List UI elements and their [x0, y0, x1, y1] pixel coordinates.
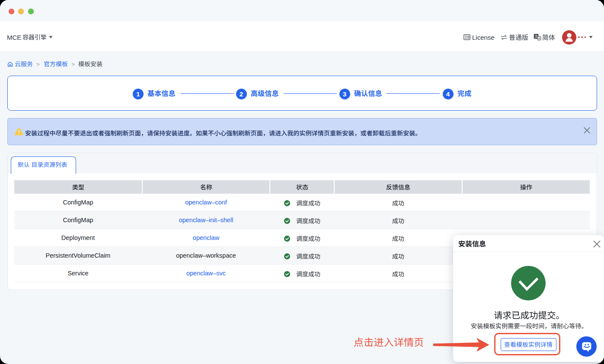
- svg-text:A: A: [538, 37, 540, 40]
